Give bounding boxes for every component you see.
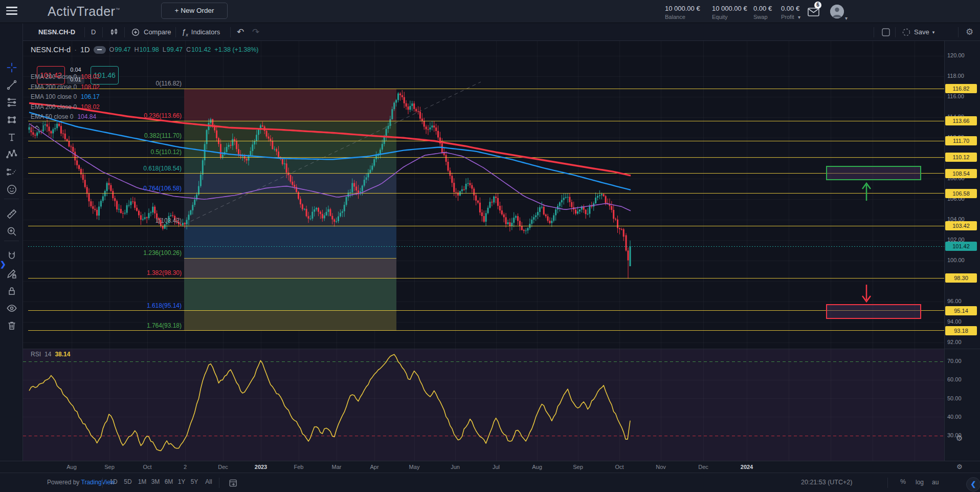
log-scale-button[interactable]: log (916, 479, 924, 486)
price-axis-label[interactable]: 120.00 (947, 52, 978, 58)
xabcd-pattern-icon[interactable] (6, 148, 18, 161)
powered-by: Powered by TradingView (47, 479, 115, 486)
chart-canvas[interactable] (0, 0, 980, 492)
legend-visibility-toggle[interactable] (94, 46, 106, 54)
clock[interactable]: 20:21:53 (UTC+2) (801, 479, 852, 486)
price-axis-label[interactable]: 92.00 (947, 339, 978, 345)
indicator-row[interactable]: EMA 200 close 0108.02 (31, 73, 100, 80)
chart-type-icon[interactable] (108, 24, 120, 40)
chart-settings-gear-icon[interactable]: ⚙ (966, 24, 973, 40)
auto-scale-button[interactable]: au (932, 479, 939, 486)
indicator-label: EMA 200 close 0 (31, 73, 77, 80)
fib-level-label: 1.382(98.30) (54, 269, 182, 276)
ruler-icon[interactable] (6, 208, 18, 220)
time-axis-settings-icon[interactable]: ⚙ (956, 463, 963, 470)
fib-level-label: 1.618(95.14) (54, 302, 182, 309)
stat-label: Balance (665, 14, 700, 20)
time-axis-label[interactable]: Dec (218, 464, 228, 470)
indicator-row[interactable]: EMA 200 close 0108.02 (31, 103, 100, 111)
menu-icon[interactable] (6, 7, 17, 16)
time-axis-label[interactable]: Jun (451, 464, 460, 470)
time-axis-label[interactable]: Aug (66, 464, 77, 470)
price-axis-label[interactable]: 100.00 (947, 257, 978, 263)
shapes-icon[interactable] (6, 114, 18, 126)
stat-value: 10 000.00 € (665, 5, 700, 12)
rsi-axis-label[interactable]: 70.00 (947, 358, 978, 364)
avatar[interactable] (830, 5, 844, 18)
range-5Y[interactable]: 5Y (191, 478, 198, 485)
chart-legend: NESN.CH-d · 1D O99.47H101.98L99.47C101.4… (31, 46, 259, 54)
time-axis-label[interactable]: Feb (294, 464, 304, 470)
legend-symbol[interactable]: NESN.CH-d (31, 46, 71, 54)
range-5D[interactable]: 5D (124, 478, 131, 485)
range-1Y[interactable]: 1Y (178, 478, 186, 485)
crosshair-icon[interactable] (6, 61, 18, 74)
multichart-checkbox[interactable] (881, 24, 890, 40)
emoji-icon[interactable] (6, 183, 18, 196)
range-6M[interactable]: 6M (165, 478, 173, 485)
remove-all-icon[interactable] (6, 319, 18, 332)
time-axis-label[interactable]: 2023 (255, 464, 267, 470)
time-axis-label[interactable]: Jul (493, 464, 500, 470)
price-level-badge: 103.42 (945, 221, 977, 230)
pane-settings-gear-icon[interactable]: ⚙ (956, 434, 963, 443)
time-axis-label[interactable]: Sep (573, 464, 583, 470)
time-axis-label[interactable]: Aug (532, 464, 542, 470)
text-icon[interactable] (6, 131, 18, 143)
compare-button[interactable]: Compare (130, 24, 171, 40)
hide-all-icon[interactable] (6, 302, 18, 314)
spread-value: 0.04 (67, 67, 84, 73)
fib-level-label: 0.5(110.12) (54, 148, 182, 156)
price-axis-label[interactable]: 118.00 (947, 73, 978, 79)
percent-scale-button[interactable]: % (900, 478, 906, 485)
trend-line-icon[interactable] (6, 79, 18, 91)
zoom-in-icon[interactable] (6, 225, 18, 238)
supply-zone-upper (827, 166, 921, 180)
time-axis-label[interactable]: May (409, 464, 420, 470)
fib-retracement-icon[interactable] (6, 96, 18, 109)
range-1M[interactable]: 1M (138, 478, 147, 485)
profit-caret-icon[interactable]: ▾ (798, 14, 800, 20)
rsi-axis-label[interactable]: 40.00 (947, 414, 978, 420)
new-order-button[interactable]: + New Order (161, 3, 228, 19)
rsi-axis-label[interactable]: 60.00 (947, 376, 978, 382)
goto-date-icon[interactable] (228, 478, 238, 490)
time-axis-label[interactable]: Mar (332, 464, 342, 470)
activtrader-app: ActivTrader™ + New Order 10 000.00 €Bala… (0, 0, 980, 492)
legend-collapse-button[interactable] (31, 122, 43, 131)
range-All[interactable]: All (205, 478, 212, 485)
forecast-icon[interactable] (6, 166, 18, 178)
time-axis-label[interactable]: Sep (104, 464, 115, 470)
rsi-legend[interactable]: RSI14 38.14 (31, 351, 70, 358)
toolbar-divider (4, 241, 19, 241)
rsi-axis-label[interactable]: 50.00 (947, 395, 978, 401)
price-axis-label[interactable]: 116.00 (947, 93, 978, 99)
undo-icon[interactable]: ↶ (237, 24, 244, 40)
drawing-lock-icon[interactable] (6, 267, 18, 280)
redo-icon[interactable]: ↷ (252, 24, 259, 40)
fib-level-label: 1.764(93.18) (54, 322, 182, 329)
interval-button[interactable]: D (91, 24, 96, 40)
collapse-panel-icon[interactable]: ❮ (966, 477, 980, 491)
indicator-row[interactable]: EMA 100 close 0106.17 (31, 93, 100, 100)
indicators-button[interactable]: ƒx Indicators (182, 24, 220, 40)
indicator-value: 108.02 (81, 73, 100, 80)
sidebar-expand-icon[interactable]: ❯ (0, 260, 6, 268)
time-axis-label[interactable]: 2 (184, 464, 187, 470)
range-1D[interactable]: 1D (109, 478, 117, 485)
fib-level-label: 1(103.42) (54, 217, 182, 224)
range-3M[interactable]: 3M (151, 478, 160, 485)
time-axis-label[interactable]: Oct (615, 464, 623, 470)
time-axis-label[interactable]: Dec (698, 464, 708, 470)
time-axis-label[interactable]: Oct (143, 464, 151, 470)
symbol-button[interactable]: NESN.CH-D (38, 24, 75, 40)
magnet-icon[interactable] (6, 250, 18, 262)
time-axis-label[interactable]: 2024 (741, 464, 753, 470)
price-axis-label[interactable]: 94.00 (947, 318, 978, 325)
lock-all-icon[interactable] (6, 285, 18, 297)
time-axis-label[interactable]: Nov (656, 464, 666, 470)
save-button[interactable]: Save ▾ (902, 24, 934, 40)
time-axis-label[interactable]: Apr (370, 464, 378, 470)
price-axis-label[interactable]: 96.00 (947, 298, 978, 304)
avatar-caret-icon[interactable]: ▾ (845, 15, 848, 21)
